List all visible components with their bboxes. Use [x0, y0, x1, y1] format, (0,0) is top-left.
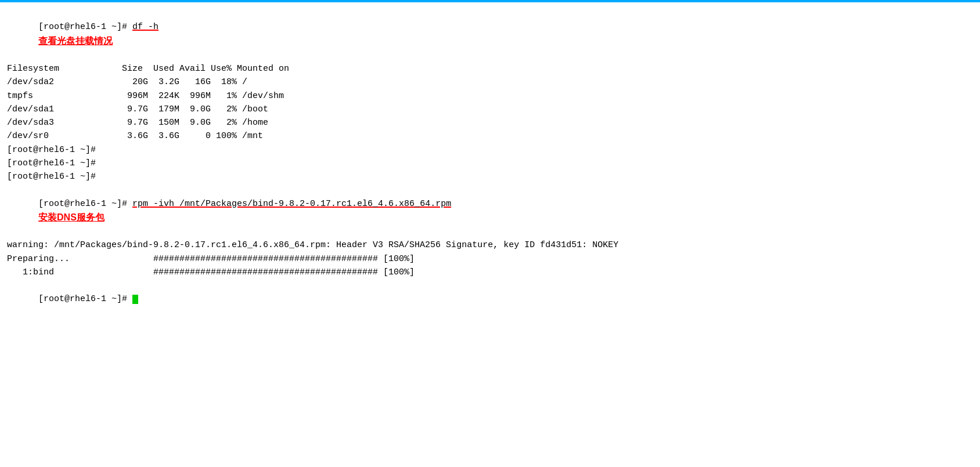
- df-sda2: /dev/sda2 20G 3.2G 16G 18% /: [7, 75, 973, 89]
- df-sda1: /dev/sda1 9.7G 179M 9.0G 2% /boot: [7, 103, 973, 116]
- cursor: [132, 295, 138, 304]
- prompt-empty-1: [root@rhel6-1 ~]#: [7, 143, 973, 157]
- annotation-df: 查看光盘挂载情况: [38, 36, 113, 46]
- df-sda3: /dev/sda3 9.7G 150M 9.0G 2% /home: [7, 116, 973, 129]
- final-prompt-text: [root@rhel6-1 ~]#: [38, 294, 132, 304]
- command-rpm: [root@rhel6-1 ~]# rpm -ivh /mnt/Packages…: [7, 183, 973, 238]
- prompt-1: [root@rhel6-1 ~]# df -h: [38, 22, 158, 32]
- annotation-rpm: 安装DNS服务包: [38, 212, 105, 222]
- terminal-window: [root@rhel6-1 ~]# df -h 查看光盘挂载情况 Filesys…: [0, 0, 980, 324]
- df-header: Filesystem Size Used Avail Use% Mounted …: [7, 62, 973, 75]
- final-prompt: [root@rhel6-1 ~]#: [7, 279, 973, 320]
- df-tmpfs: tmpfs 996M 224K 996M 1% /dev/shm: [7, 89, 973, 103]
- progress-preparing: Preparing... ###########################…: [7, 252, 973, 266]
- rpm-prompt: [root@rhel6-1 ~]# rpm -ivh /mnt/Packages…: [38, 199, 451, 209]
- warning-line: warning: /mnt/Packages/bind-9.8.2-0.17.r…: [7, 238, 973, 252]
- top-border: [0, 0, 980, 2]
- command-line-1: [root@rhel6-1 ~]# df -h 查看光盘挂载情况: [7, 7, 973, 62]
- prompt-empty-2: [root@rhel6-1 ~]#: [7, 157, 973, 170]
- prompt-empty-3: [root@rhel6-1 ~]#: [7, 170, 973, 183]
- df-sr0: /dev/sr0 3.6G 3.6G 0 100% /mnt: [7, 129, 973, 143]
- progress-bind: 1:bind #################################…: [7, 266, 973, 279]
